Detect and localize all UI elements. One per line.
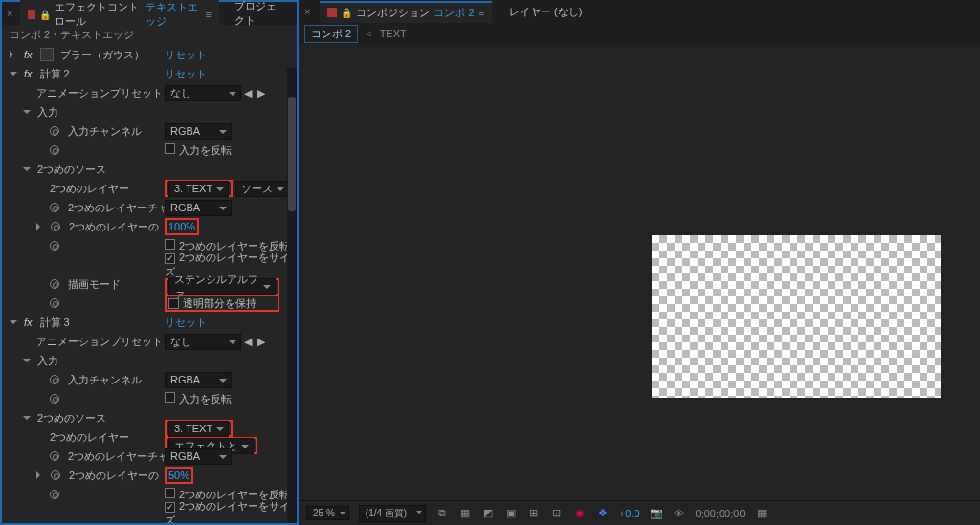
stopwatch-icon[interactable] bbox=[50, 394, 59, 404]
invert-2nd-label: 2つめのレイヤーを反転 bbox=[179, 489, 290, 500]
expand-icon[interactable] bbox=[23, 416, 31, 424]
breadcrumb-sep: < bbox=[366, 28, 371, 39]
breadcrumb-text[interactable]: TEXT bbox=[380, 28, 407, 39]
zoom-dropdown[interactable]: 25 % bbox=[306, 506, 349, 520]
grid-icon[interactable]: ⊞ bbox=[527, 507, 541, 520]
expand-icon[interactable] bbox=[23, 359, 31, 366]
group-second-source[interactable]: 2つめのソース bbox=[37, 411, 106, 426]
size-2nd-checkbox[interactable] bbox=[165, 253, 175, 264]
stopwatch-icon[interactable] bbox=[51, 222, 60, 231]
stopwatch-icon[interactable] bbox=[50, 375, 59, 384]
second-layer-channel-label: 2つめのレイヤーチャ bbox=[68, 449, 168, 464]
invert-input-checkbox[interactable] bbox=[165, 392, 175, 403]
second-layer-dropdown[interactable]: 3. TEXT bbox=[168, 421, 229, 437]
fast-preview-icon[interactable]: ⧉ bbox=[435, 507, 449, 520]
reset-link[interactable]: リセット bbox=[165, 48, 207, 62]
group-input[interactable]: 入力 bbox=[37, 105, 58, 120]
tab-composition[interactable]: 🔒 コンポジション コンポ 2 ≡ bbox=[320, 1, 492, 23]
input-channel-dropdown[interactable]: RGBA bbox=[165, 372, 232, 388]
invert-2nd-label: 2つめのレイヤーを反転 bbox=[179, 240, 290, 252]
exposure-value[interactable]: +0.0 bbox=[619, 508, 640, 519]
expand-icon[interactable] bbox=[10, 72, 17, 79]
effect-calc3[interactable]: 計算 3 bbox=[40, 316, 70, 330]
composition-viewer[interactable] bbox=[299, 44, 980, 500]
panel-menu-icon[interactable]: ≡ bbox=[479, 7, 484, 18]
close-icon[interactable]: × bbox=[7, 8, 12, 19]
next-preset-icon[interactable]: ▶ bbox=[255, 336, 268, 347]
second-layer-channel-dropdown[interactable]: RGBA bbox=[165, 448, 232, 465]
anim-preset-label: アニメーションプリセット : bbox=[36, 86, 168, 100]
lock-icon: 🔒 bbox=[341, 8, 352, 18]
stopwatch-icon[interactable] bbox=[50, 279, 59, 289]
size-2nd-checkbox[interactable] bbox=[165, 502, 175, 513]
input-channel-label: 入力チャンネル bbox=[68, 124, 142, 139]
fx-badge-icon[interactable]: fx bbox=[24, 68, 33, 79]
scrollbar[interactable] bbox=[287, 68, 297, 523]
expand-icon[interactable] bbox=[36, 471, 44, 479]
stopwatch-icon[interactable] bbox=[50, 145, 59, 155]
stopwatch-icon[interactable] bbox=[50, 298, 59, 308]
second-layer-opacity-value[interactable]: 100% bbox=[168, 221, 195, 232]
second-layer-channel-label: 2つめのレイヤーチャ bbox=[68, 201, 168, 215]
prev-preset-icon[interactable]: ◀ bbox=[241, 87, 255, 98]
invert-2nd-checkbox[interactable] bbox=[165, 488, 175, 498]
lock-icon: 🔒 bbox=[39, 10, 51, 20]
reset-link[interactable]: リセット bbox=[165, 316, 207, 330]
anim-preset-dropdown[interactable]: なし bbox=[165, 334, 241, 350]
stopwatch-icon[interactable] bbox=[50, 490, 59, 499]
stopwatch-icon[interactable] bbox=[50, 203, 59, 212]
group-input[interactable]: 入力 bbox=[37, 354, 58, 368]
effect-calc2[interactable]: 計算 2 bbox=[40, 67, 70, 81]
stopwatch-icon[interactable] bbox=[51, 470, 60, 480]
second-layer-label: 2つめのレイヤー bbox=[50, 182, 129, 196]
second-layer-label: 2つめのレイヤー bbox=[50, 430, 129, 445]
anim-preset-dropdown[interactable]: なし bbox=[165, 85, 241, 101]
comp-color-swatch bbox=[327, 8, 337, 17]
second-layer-opacity-value[interactable]: 50% bbox=[168, 470, 189, 481]
region-icon[interactable]: ▣ bbox=[504, 507, 518, 520]
invert-input-label: 入力を反転 bbox=[179, 144, 232, 156]
channel-icon[interactable]: ◉ bbox=[573, 507, 587, 520]
timecode[interactable]: 0;00;00;00 bbox=[696, 508, 746, 519]
next-preset-icon[interactable]: ▶ bbox=[255, 87, 268, 98]
transparency-grid-icon[interactable]: ▦ bbox=[458, 507, 472, 520]
second-layer-dropdown[interactable]: 3. TEXT bbox=[168, 181, 229, 197]
stopwatch-icon[interactable] bbox=[50, 451, 59, 461]
expand-icon[interactable] bbox=[36, 223, 44, 230]
second-layer-channel-dropdown[interactable]: RGBA bbox=[165, 200, 232, 216]
blend-mode-dropdown[interactable]: ステンシルアルファ bbox=[168, 278, 276, 295]
invert-2nd-checkbox[interactable] bbox=[165, 239, 175, 250]
second-layer-source-dropdown[interactable]: ソース bbox=[235, 181, 289, 197]
transparency-checkerboard bbox=[652, 235, 941, 398]
invert-input-checkbox[interactable] bbox=[165, 143, 175, 154]
snapshot-icon[interactable]: 📷 bbox=[650, 507, 663, 520]
timecode-menu-icon[interactable]: ▦ bbox=[755, 507, 768, 520]
group-second-source[interactable]: 2つめのソース bbox=[37, 163, 106, 177]
show-snapshot-icon[interactable]: 👁 bbox=[673, 507, 686, 520]
expand-icon[interactable] bbox=[10, 51, 17, 58]
tab-layer[interactable]: レイヤー (なし) bbox=[501, 2, 590, 22]
stopwatch-icon[interactable] bbox=[50, 126, 59, 136]
effect-blur[interactable]: ブラー（ガウス） bbox=[60, 48, 145, 62]
scroll-thumb[interactable] bbox=[288, 97, 296, 211]
stopwatch-icon[interactable] bbox=[50, 241, 59, 251]
resolution-dropdown[interactable]: (1/4 画質) bbox=[359, 505, 426, 522]
reset-link[interactable]: リセット bbox=[165, 67, 207, 81]
breadcrumb: コンポ 2・テキストエッジ bbox=[2, 25, 297, 45]
prev-preset-icon[interactable]: ◀ bbox=[241, 336, 255, 347]
close-icon[interactable]: × bbox=[304, 6, 310, 17]
panel-menu-icon[interactable]: ≡ bbox=[205, 9, 211, 20]
mask-icon[interactable]: ◩ bbox=[481, 507, 495, 520]
second-layer-opacity-label: 2つめのレイヤーの bbox=[69, 469, 159, 483]
expand-icon[interactable] bbox=[23, 167, 31, 175]
input-channel-dropdown[interactable]: RGBA bbox=[165, 123, 232, 140]
guide-icon[interactable]: ⊡ bbox=[550, 507, 564, 520]
color-mgmt-icon[interactable]: ❖ bbox=[596, 507, 610, 520]
effect-thumbnail bbox=[40, 48, 54, 61]
expand-icon[interactable] bbox=[10, 320, 17, 328]
fx-badge-icon[interactable]: fx bbox=[24, 317, 33, 328]
expand-icon[interactable] bbox=[23, 110, 31, 118]
breadcrumb-comp[interactable]: コンポ 2 bbox=[304, 25, 358, 43]
preserve-trans-checkbox[interactable] bbox=[168, 298, 179, 309]
fx-badge-icon[interactable]: fx bbox=[24, 49, 33, 60]
